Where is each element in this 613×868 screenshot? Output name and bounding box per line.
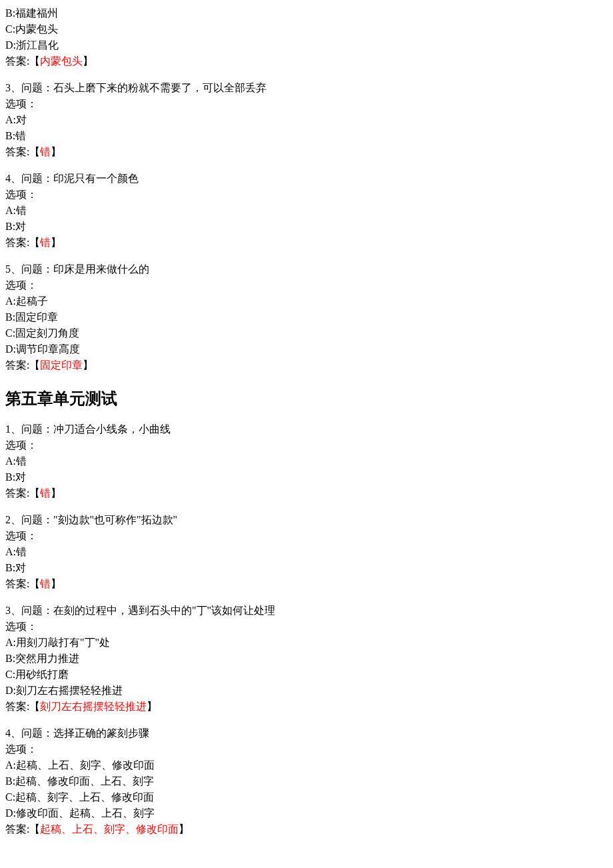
question-block: 3、问题：石头上磨下来的粉就不需要了，可以全部丢弃选项：A:对B:错答案:【错】 (5, 80, 608, 160)
option-line: B:固定印章 (5, 309, 608, 325)
option-line: B:突然用力推进 (5, 651, 608, 667)
pre-chapter-questions: 3、问题：石头上磨下来的粉就不需要了，可以全部丢弃选项：A:对B:错答案:【错】… (5, 80, 608, 373)
bracket-close: 】 (83, 55, 93, 67)
option-line: D:修改印面、起稿、上石、刻字 (5, 805, 608, 821)
answer-text: 固定印章 (40, 359, 83, 371)
answer-text: 错 (40, 578, 51, 589)
option-line: B:福建福州 (5, 5, 608, 21)
option-line: D:浙江昌化 (5, 37, 608, 53)
chapter-title: 第五章单元测试 (5, 387, 608, 411)
question-line: 5、问题：印床是用来做什么的 (5, 261, 608, 277)
option-line: A:用刻刀敲打有"丁"处 (5, 635, 608, 651)
answer-line: 答案:【错】 (5, 485, 608, 501)
answer-label: 答案: (5, 146, 29, 157)
question-line: 3、问题：石头上磨下来的粉就不需要了，可以全部丢弃 (5, 80, 608, 96)
option-line: A:错 (5, 544, 608, 560)
question-block: 5、问题：印床是用来做什么的选项：A:起稿子B:固定印章C:固定刻刀角度D:调节… (5, 261, 608, 373)
question-line: 4、问题：选择正确的篆刻步骤 (5, 725, 608, 741)
option-line: C:用砂纸打磨 (5, 667, 608, 683)
bracket-open: 【 (29, 359, 40, 371)
answer-label: 答案: (5, 237, 29, 248)
answer-label: 答案: (5, 359, 29, 371)
bracket-close: 】 (51, 237, 61, 248)
answer-text: 错 (40, 487, 51, 499)
option-line: A:对 (5, 112, 608, 128)
options-label: 选项： (5, 96, 608, 112)
question-line: 2、问题："刻边款"也可称作"拓边款" (5, 512, 608, 528)
chapter-questions: 1、问题：冲刀适合小线条，小曲线选项：A:错B:对答案:【错】2、问题："刻边款… (5, 421, 608, 837)
answer-line: 答案:【刻刀左右摇摆轻轻推进】 (5, 699, 608, 715)
question-line: 4、问题：印泥只有一个颜色 (5, 171, 608, 187)
answer-line: 答案:【错】 (5, 235, 608, 251)
options-label: 选项： (5, 741, 608, 757)
option-line: C:固定刻刀角度 (5, 325, 608, 341)
question-line: 1、问题：冲刀适合小线条，小曲线 (5, 421, 608, 437)
option-line: B:对 (5, 219, 608, 235)
option-line: C:内蒙包头 (5, 21, 608, 37)
option-line: D:刻刀左右摇摆轻轻推进 (5, 683, 608, 699)
answer-label: 答案: (5, 55, 29, 67)
bracket-open: 【 (29, 823, 40, 835)
answer-text: 刻刀左右摇摆轻轻推进 (40, 701, 147, 712)
options-label: 选项： (5, 277, 608, 293)
answer-line: 答案:【起稿、上石、刻字、修改印面】 (5, 821, 608, 837)
answer-text: 错 (40, 237, 51, 248)
answer-text: 内蒙包头 (40, 55, 83, 67)
option-line: A:起稿子 (5, 293, 608, 309)
question-fragment: B:福建福州 C:内蒙包头 D:浙江昌化 答案:【内蒙包头】 (5, 5, 608, 69)
bracket-close: 】 (179, 823, 189, 835)
bracket-open: 【 (29, 701, 40, 712)
answer-label: 答案: (5, 701, 29, 712)
option-line: D:调节印章高度 (5, 341, 608, 357)
options-label: 选项： (5, 619, 608, 635)
answer-line: 答案:【固定印章】 (5, 357, 608, 373)
option-line: A:起稿、上石、刻字、修改印面 (5, 757, 608, 773)
answer-line: 答案:【错】 (5, 576, 608, 592)
bracket-open: 【 (29, 487, 40, 499)
answer-line: 答案:【错】 (5, 144, 608, 160)
bracket-close: 】 (51, 578, 61, 589)
question-block: 2、问题："刻边款"也可称作"拓边款"选项：A:错B:对答案:【错】 (5, 512, 608, 592)
option-line: B:起稿、修改印面、上石、刻字 (5, 773, 608, 789)
question-block: 3、问题：在刻的过程中，遇到石头中的"丁"该如何让处理选项：A:用刻刀敲打有"丁… (5, 603, 608, 715)
question-block: 4、问题：印泥只有一个颜色选项：A:错B:对答案:【错】 (5, 171, 608, 251)
options-label: 选项： (5, 187, 608, 203)
option-line: B:对 (5, 560, 608, 576)
answer-label: 答案: (5, 487, 29, 499)
bracket-open: 【 (29, 237, 40, 248)
bracket-close: 】 (147, 701, 157, 712)
bracket-close: 】 (83, 359, 93, 371)
bracket-open: 【 (29, 55, 40, 67)
bracket-close: 】 (51, 487, 61, 499)
answer-text: 起稿、上石、刻字、修改印面 (40, 823, 179, 835)
question-block: 1、问题：冲刀适合小线条，小曲线选项：A:错B:对答案:【错】 (5, 421, 608, 501)
answer-line: 答案:【内蒙包头】 (5, 53, 608, 69)
option-line: B:对 (5, 469, 608, 485)
answer-label: 答案: (5, 578, 29, 589)
bracket-close: 】 (51, 146, 61, 157)
option-line: C:起稿、刻字、上石、修改印面 (5, 789, 608, 805)
bracket-open: 【 (29, 578, 40, 589)
question-line: 3、问题：在刻的过程中，遇到石头中的"丁"该如何让处理 (5, 603, 608, 619)
option-line: A:错 (5, 203, 608, 219)
option-line: A:错 (5, 453, 608, 469)
answer-label: 答案: (5, 823, 29, 835)
bracket-open: 【 (29, 146, 40, 157)
options-label: 选项： (5, 528, 608, 544)
answer-text: 错 (40, 146, 51, 157)
question-block: 4、问题：选择正确的篆刻步骤选项：A:起稿、上石、刻字、修改印面B:起稿、修改印… (5, 725, 608, 837)
option-line: B:错 (5, 128, 608, 144)
options-label: 选项： (5, 437, 608, 453)
